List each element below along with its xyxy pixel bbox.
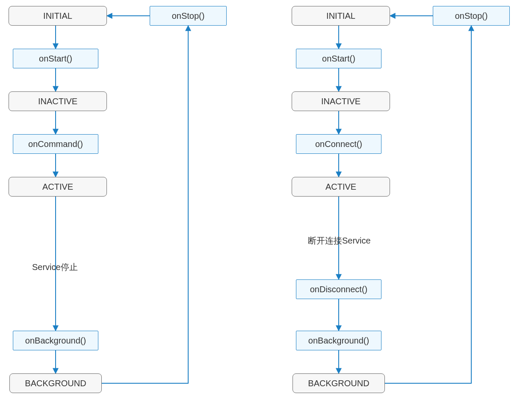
node-label: onCommand()	[28, 139, 83, 149]
left-active-state: ACTIVE	[9, 177, 107, 197]
node-label: onStop()	[455, 11, 488, 21]
left-onstart-callback: onStart()	[13, 49, 98, 68]
node-label: INACTIVE	[321, 97, 361, 106]
right-onbackground-callback: onBackground()	[296, 331, 381, 350]
right-initial-state: INITIAL	[292, 6, 390, 26]
node-label: onBackground()	[308, 336, 369, 346]
node-label: BACKGROUND	[308, 379, 369, 388]
node-label: INITIAL	[43, 11, 72, 21]
right-edge-active-to-disconnect-label: 断开连接Service	[308, 235, 371, 247]
left-inactive-state: INACTIVE	[9, 91, 107, 111]
right-onstop-callback: onStop()	[433, 6, 510, 26]
left-initial-state: INITIAL	[9, 6, 107, 26]
node-label: onStop()	[172, 11, 205, 21]
right-ondisconnect-callback: onDisconnect()	[296, 279, 381, 299]
right-inactive-state: INACTIVE	[292, 91, 390, 111]
node-label: onConnect()	[315, 139, 362, 149]
diagram-canvas: INITIAL onStop() onStart() INACTIVE onCo…	[0, 0, 532, 420]
left-edge-active-to-background-label: Service停止	[32, 261, 78, 273]
node-label: INACTIVE	[38, 97, 77, 106]
node-label: BACKGROUND	[25, 379, 86, 388]
right-onstart-callback: onStart()	[296, 49, 381, 68]
right-onconnect-callback: onConnect()	[296, 134, 381, 154]
node-label: INITIAL	[326, 11, 355, 21]
left-oncommand-callback: onCommand()	[13, 134, 98, 154]
left-background-state: BACKGROUND	[9, 373, 102, 393]
right-background-state: BACKGROUND	[293, 373, 385, 393]
node-label: ACTIVE	[42, 182, 73, 192]
node-label: onBackground()	[25, 336, 86, 346]
node-label: onStart()	[39, 54, 72, 64]
node-label: onStart()	[322, 54, 355, 64]
node-label: onDisconnect()	[310, 285, 368, 294]
left-onstop-callback: onStop()	[150, 6, 227, 26]
right-active-state: ACTIVE	[292, 177, 390, 197]
left-onbackground-callback: onBackground()	[13, 331, 98, 350]
node-label: ACTIVE	[325, 182, 356, 192]
